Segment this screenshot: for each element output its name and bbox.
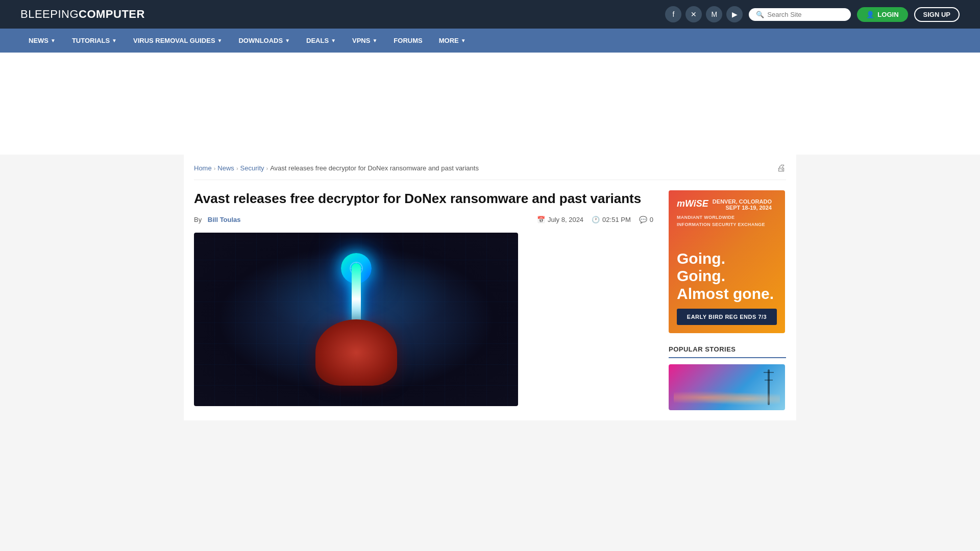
top-ad-banner (0, 53, 980, 155)
nav-vpns-label: VPNS (352, 37, 370, 44)
nav-more[interactable]: MORE ▼ (431, 29, 474, 53)
nav-news-label: NEWS (29, 37, 48, 44)
nav-downloads[interactable]: DOWNLOADS ▼ (230, 29, 298, 53)
article-main: Avast releases free decryptor for DoNex … (194, 190, 653, 410)
login-label: LOGIN (877, 11, 898, 18)
nav-virus-label: VIRUS REMOVAL GUIDES (133, 37, 215, 44)
nav-downloads-label: DOWNLOADS (238, 37, 283, 44)
breadcrumb-sep-1: › (214, 165, 216, 171)
nav-news[interactable]: NEWS ▼ (20, 29, 64, 53)
nav-tutorials-label: TUTORIALS (72, 37, 110, 44)
article-title: Avast releases free decryptor for DoNex … (194, 190, 653, 208)
breadcrumb: Home › News › Security › Avast releases … (194, 155, 786, 180)
popular-story-thumb-1[interactable] (669, 364, 785, 410)
nav-deals[interactable]: DEALS ▼ (298, 29, 344, 53)
ad-tagline: Going. Going. Almost gone. (677, 250, 777, 303)
calendar-icon: 📅 (537, 216, 545, 223)
popular-stories-title: POPULAR STORIES (669, 345, 786, 358)
youtube-icon[interactable]: ▶ (726, 6, 743, 22)
search-input[interactable] (767, 11, 844, 18)
nav-virus-arrow: ▼ (217, 38, 223, 43)
nav-deals-arrow: ▼ (331, 38, 336, 43)
ad-tagline-line2: Almost gone. (677, 285, 777, 303)
breadcrumb-news[interactable]: News (217, 164, 234, 172)
sidebar-ad-content: mWiSE DENVER, COLORADO SEPT 18-19, 2024 … (669, 190, 785, 333)
ad-conf-name-line2: INFORMATION SECURITY EXCHANGE (677, 222, 777, 227)
article-time: 🕐 02:51 PM (592, 216, 631, 223)
comments-count: 0 (650, 216, 653, 223)
nav-tutorials[interactable]: TUTORIALS ▼ (64, 29, 125, 53)
article-author-section: By Bill Toulas (194, 216, 241, 223)
ad-logo-row: mWiSE DENVER, COLORADO SEPT 18-19, 2024 (677, 198, 777, 211)
logo-bold-text: COMPUTER (79, 8, 145, 20)
ad-conf-info: DENVER, COLORADO SEPT 18-19, 2024 (713, 198, 772, 211)
article-layout: Avast releases free decryptor for DoNex … (194, 180, 786, 420)
nav-downloads-arrow: ▼ (285, 38, 290, 43)
breadcrumb-sep-3: › (266, 165, 268, 171)
breadcrumb-security[interactable]: Security (240, 164, 264, 172)
hand-base (315, 319, 397, 386)
clock-icon: 🕐 (592, 216, 600, 223)
nav-deals-label: DEALS (306, 37, 329, 44)
main-container: Home › News › Security › Avast releases … (184, 155, 796, 420)
breadcrumb-current: Avast releases free decryptor for DoNex … (270, 164, 479, 172)
nav-forums[interactable]: FORUMS (385, 29, 430, 53)
comment-icon: 💬 (639, 216, 647, 223)
cyber-visual (305, 253, 407, 386)
search-icon: 🔍 (756, 11, 764, 18)
article-comments[interactable]: 💬 0 (639, 216, 653, 223)
nav-news-arrow: ▼ (51, 38, 56, 43)
breadcrumb-sep-2: › (236, 165, 238, 171)
site-header: BLEEPINGCOMPUTER f ✕ M ▶ 🔍 👤 LOGIN SIGN … (0, 0, 980, 29)
article-image (194, 233, 518, 406)
twitter-icon[interactable]: ✕ (685, 6, 702, 22)
ad-logo-box: mWiSE (677, 198, 708, 209)
ad-cta-button[interactable]: EARLY BIRD REG ENDS 7/3 (677, 309, 777, 325)
ad-conf-name-line1: MANDIANT WORLDWIDE (677, 215, 777, 220)
social-icons-group: f ✕ M ▶ (665, 6, 743, 22)
nav-vpns[interactable]: VPNS ▼ (344, 29, 385, 53)
search-bar: 🔍 (749, 8, 851, 21)
nav-more-arrow: ▼ (461, 38, 466, 43)
ad-logo-text: mWiSE (677, 198, 708, 209)
author-link[interactable]: Bill Toulas (208, 216, 241, 223)
mastodon-icon[interactable]: M (706, 6, 722, 22)
print-icon[interactable]: 🖨 (777, 163, 786, 173)
ad-tagline-line1: Going. Going. (677, 250, 777, 285)
article-date: 📅 July 8, 2024 (537, 216, 583, 223)
nav-forums-label: FORUMS (394, 37, 422, 44)
login-button[interactable]: 👤 LOGIN (857, 7, 908, 22)
site-logo[interactable]: BLEEPINGCOMPUTER (20, 8, 145, 21)
by-label: By (194, 216, 202, 223)
article-meta-right: 📅 July 8, 2024 🕐 02:51 PM 💬 0 (537, 216, 653, 223)
main-nav: NEWS ▼ TUTORIALS ▼ VIRUS REMOVAL GUIDES … (0, 29, 980, 53)
date-text: July 8, 2024 (548, 216, 583, 223)
nav-vpns-arrow: ▼ (372, 38, 377, 43)
popular-stories-section: POPULAR STORIES (669, 345, 786, 410)
nav-more-label: MORE (439, 37, 459, 44)
sidebar-ad[interactable]: mWiSE DENVER, COLORADO SEPT 18-19, 2024 … (669, 190, 785, 333)
breadcrumb-home[interactable]: Home (194, 164, 212, 172)
article-image-content (194, 233, 518, 406)
ad-location: DENVER, COLORADO (713, 198, 772, 205)
nav-virus-removal[interactable]: VIRUS REMOVAL GUIDES ▼ (125, 29, 231, 53)
article-meta: By Bill Toulas 📅 July 8, 2024 🕐 02:51 PM… (194, 216, 653, 223)
user-icon: 👤 (866, 11, 874, 18)
facebook-icon[interactable]: f (665, 6, 681, 22)
time-text: 02:51 PM (602, 216, 631, 223)
signup-button[interactable]: SIGN UP (914, 7, 960, 22)
logo-light-text: BLEEPING (20, 8, 79, 20)
clouds-graphic (674, 390, 780, 405)
article-sidebar: mWiSE DENVER, COLORADO SEPT 18-19, 2024 … (669, 190, 786, 410)
header-right: f ✕ M ▶ 🔍 👤 LOGIN SIGN UP (665, 6, 960, 22)
ad-dates: SEPT 18-19, 2024 (713, 205, 772, 211)
nav-tutorials-arrow: ▼ (112, 38, 117, 43)
